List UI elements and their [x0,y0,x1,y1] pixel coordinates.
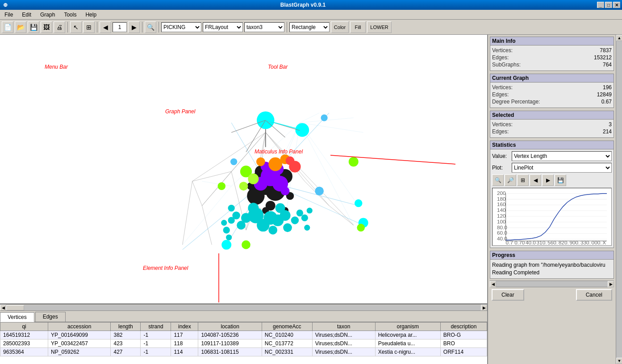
menu-edit[interactable]: Edit [19,11,34,19]
vscroll-down[interactable]: ▼ [616,358,622,364]
hscroll-thumb[interactable] [6,305,24,310]
save-button[interactable]: 💾 [28,21,39,33]
cursor-button[interactable]: ↖ [70,21,82,33]
chart-svg: 200 180 160 140 120 100 80.0 60.0 40.0 [493,188,611,245]
svg-point-63 [283,223,292,232]
minimize-button[interactable]: _ [597,2,604,8]
window-title: BlastGraph v0.9.1 [9,2,597,8]
graph-hscroll[interactable]: ◀ ▶ [0,304,487,310]
col-accession[interactable]: accession [48,323,111,331]
plot-left[interactable]: ◀ [530,174,541,186]
selected-edges-label: Edges: [492,128,509,135]
new-button[interactable]: 📄 [2,21,13,33]
menu-file[interactable]: File [2,11,16,19]
print-button[interactable]: 🖨 [54,21,65,33]
back-button[interactable]: ◀ [100,21,111,33]
svg-point-62 [268,226,277,235]
current-edges-label: Edges: [492,91,509,98]
col-taxon[interactable]: taxon [312,323,375,331]
svg-point-84 [268,157,282,171]
image-button[interactable]: 🖼 [41,21,52,33]
color-button[interactable]: Color [331,21,349,33]
graph-panel[interactable]: Menu Bar Tool Bar Graph Panel Element In… [0,35,487,304]
counter-input[interactable]: 1 [113,22,127,32]
menu-help[interactable]: Help [83,11,99,19]
hscroll-track[interactable] [6,305,481,310]
main-info-subgraphs: SubGraphs: 764 [492,62,612,68]
main-edges-value: 153212 [594,54,612,61]
vscroll-track[interactable] [616,41,622,358]
svg-point-80 [349,157,359,167]
stat-value-select[interactable]: Vertex Length [512,151,612,161]
plot-zoom-in[interactable]: 🔍 [492,174,504,186]
stat-plot-select[interactable]: LinePlot [512,163,612,173]
shape-select[interactable]: Rectangle [289,22,330,32]
menu-tools[interactable]: Tools [61,11,79,19]
clear-button[interactable]: Clear [492,289,524,301]
close-button[interactable]: ✕ [613,2,620,8]
separator-4 [159,22,159,33]
right-hscroll-left[interactable]: ◀ [490,281,496,287]
col-location[interactable]: location [198,323,262,331]
col-length[interactable]: length [111,323,141,331]
selected-vertices: Vertices: 3 [492,121,612,128]
data-table-container[interactable]: qi accession length strand index locatio… [0,322,487,364]
plot-fit[interactable]: ⊞ [517,174,529,186]
open-button[interactable]: 📂 [15,21,26,33]
tab-edges[interactable]: Edges [35,312,66,322]
svg-point-92 [230,158,237,165]
col-strand[interactable]: strand [141,323,171,331]
svg-point-76 [221,240,231,250]
right-hscroll[interactable]: ◀ ▶ [490,281,614,287]
layout-select[interactable]: FRLayout [203,22,243,32]
picking-select[interactable]: PICKING [161,22,201,32]
table-cell: -1 [141,331,171,339]
col-index[interactable]: index [171,323,198,331]
svg-point-89 [248,174,259,184]
table-row[interactable]: 285002393YP_003422457423-1118109117-1103… [0,339,487,348]
right-hscroll-right[interactable]: ▶ [608,281,614,287]
fill-button[interactable]: Fill [350,21,366,33]
table-row[interactable]: 164519312YP_001649099382-1117104087-1052… [0,331,487,339]
cancel-button[interactable]: Cancel [576,289,612,301]
tab-bar: Vertices Edges [0,311,487,322]
col-genomeacc[interactable]: genomeAcc [262,323,312,331]
stat-plot-label: Plot: [492,165,510,171]
plot-save[interactable]: 💾 [555,174,566,186]
current-edges-value: 12849 [597,91,612,98]
taxon-select[interactable]: taxon3 [244,22,284,32]
maximize-button[interactable]: □ [605,2,612,8]
selected-vertices-label: Vertices: [492,121,513,128]
col-qi[interactable]: qi [0,323,48,331]
selected-edges-value: 214 [603,128,612,135]
main-subgraphs-value: 764 [603,62,612,68]
hscroll-right[interactable]: ▶ [481,305,487,311]
svg-text:900.: 900. [569,240,580,245]
tab-vertices[interactable]: Vertices [0,312,34,322]
vscroll-up[interactable]: ▲ [616,35,622,41]
col-organism[interactable]: organism [375,323,440,331]
window-controls: _ □ ✕ [597,2,622,8]
forward-button[interactable]: ▶ [128,21,140,33]
svg-point-73 [226,235,232,240]
plot-right[interactable]: ▶ [542,174,554,186]
plot-zoom-out[interactable]: 🔎 [505,174,516,186]
data-table: qi accession length strand index locatio… [0,322,487,356]
main-layout: Menu Bar Tool Bar Graph Panel Element In… [0,35,622,364]
separator-3 [142,22,142,33]
progress-text: Reading graph from "/home/yeyanbo/baculo… [492,261,612,277]
menu-graph[interactable]: Graph [38,11,58,19]
hscroll-left[interactable]: ◀ [0,305,6,311]
right-hscroll-track[interactable] [496,281,608,287]
svg-point-67 [296,210,303,216]
select-button[interactable]: ⊞ [83,21,95,33]
right-vscroll[interactable]: ▲ ▼ [616,35,622,364]
svg-point-71 [304,225,310,231]
main-vertices-value: 7837 [600,47,612,54]
table-row[interactable]: 9635364NP_059262427-1114106831-108115NC_… [0,348,487,356]
table-cell: Viruses;dsDN... [312,348,375,356]
lower-button[interactable]: LOWER [367,21,392,33]
zoom-button[interactable]: 🔍 [145,21,156,33]
table-cell: YP_003422457 [48,339,111,348]
col-description[interactable]: description [440,323,487,331]
